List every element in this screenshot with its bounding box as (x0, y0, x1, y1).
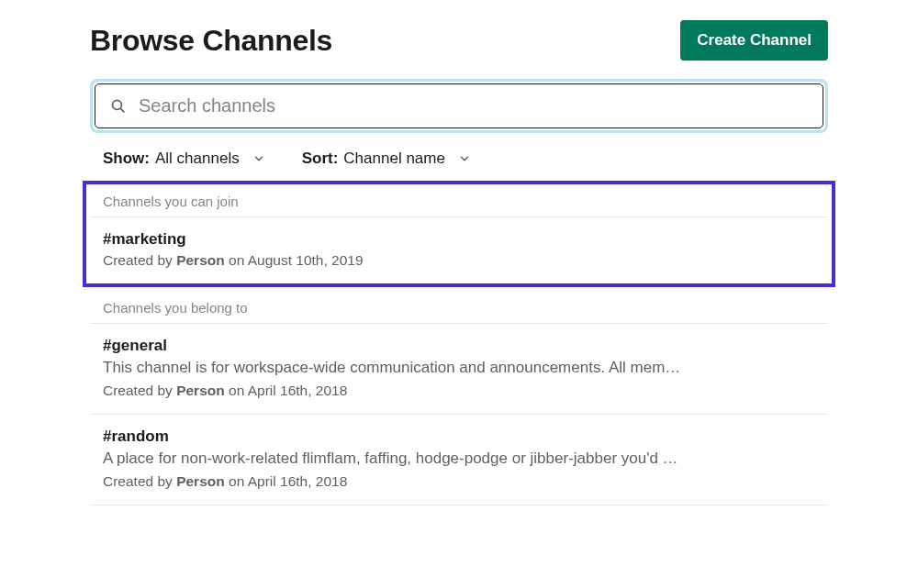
highlighted-section: Channels you can join #marketing Created… (83, 181, 835, 287)
chevron-down-icon (252, 152, 265, 165)
create-channel-button[interactable]: Create Channel (680, 20, 828, 61)
section-header-join: Channels you can join (90, 184, 828, 217)
chevron-down-icon (458, 152, 471, 165)
search-field[interactable] (95, 83, 823, 128)
channel-meta: Created by Person on August 10th, 2019 (103, 252, 815, 269)
sort-filter-value: Channel name (343, 150, 445, 168)
channel-item-random[interactable]: #random A place for non-work-related fli… (90, 415, 828, 505)
search-field-outer (90, 79, 828, 133)
section-header-belong: Channels you belong to (90, 287, 828, 324)
channel-item-general[interactable]: #general This channel is for workspace-w… (90, 324, 828, 415)
show-filter-label: Show: (103, 150, 150, 168)
channel-meta: Created by Person on April 16th, 2018 (103, 473, 815, 490)
channel-description: This channel is for workspace-wide commu… (103, 359, 815, 377)
sort-filter[interactable]: Sort: Channel name (302, 150, 471, 168)
page-title: Browse Channels (90, 24, 332, 58)
channel-name: #random (103, 427, 815, 446)
svg-line-1 (120, 108, 124, 112)
channel-meta: Created by Person on April 16th, 2018 (103, 383, 815, 399)
search-icon (110, 98, 126, 114)
channel-item-marketing[interactable]: #marketing Created by Person on August 1… (90, 217, 828, 283)
show-filter-value: All channels (155, 150, 240, 168)
sort-filter-label: Sort: (302, 150, 339, 168)
channel-name: #general (103, 337, 815, 355)
search-input[interactable] (139, 95, 808, 116)
channel-name: #marketing (103, 230, 815, 249)
show-filter[interactable]: Show: All channels (103, 150, 265, 168)
channel-description: A place for non-work-related flimflam, f… (103, 449, 815, 468)
